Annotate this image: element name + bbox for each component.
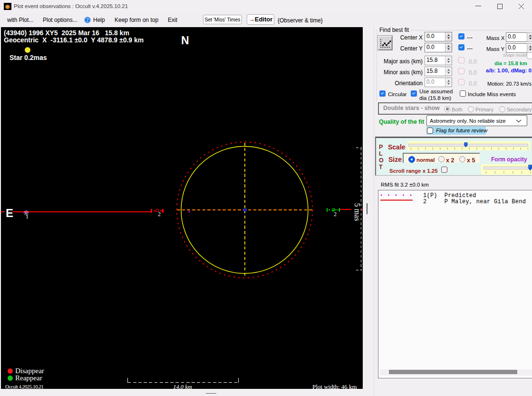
svg-text:?: ? bbox=[87, 18, 89, 23]
